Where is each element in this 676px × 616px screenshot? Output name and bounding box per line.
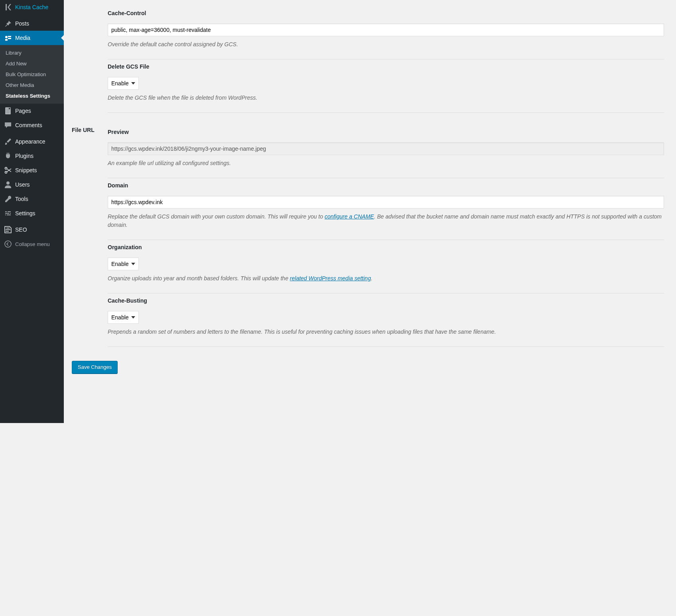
organization-select[interactable]: Enable <box>108 258 139 270</box>
preview-help: An example file url utilizing all config… <box>108 159 664 167</box>
submenu-other-media[interactable]: Other Media <box>0 80 64 91</box>
organization-help: Organize uploads into year and month bas… <box>108 274 664 283</box>
sidebar-item-snippets[interactable]: Snippets <box>0 163 64 177</box>
main-content: Cache-Control Override the default cache… <box>64 0 676 423</box>
collapse-icon <box>4 240 12 248</box>
domain-help: Replace the default GCS domain with your… <box>108 213 664 229</box>
save-changes-button[interactable]: Save Changes <box>72 361 118 374</box>
section-blank <box>72 0 104 119</box>
preview-input <box>108 142 664 155</box>
sidebar-item-pages[interactable]: Pages <box>0 104 64 118</box>
comment-icon <box>4 121 12 129</box>
sliders-icon <box>4 209 12 217</box>
organization-label: Organization <box>108 244 664 250</box>
admin-sidebar: Kinsta Cache Posts Media Library Add New… <box>0 0 64 423</box>
sidebar-item-posts[interactable]: Posts <box>0 16 64 31</box>
delete-gcs-select[interactable]: Enable <box>108 77 139 90</box>
sidebar-item-kinsta-cache[interactable]: Kinsta Cache <box>0 0 64 14</box>
sidebar-item-label: Settings <box>15 210 35 216</box>
media-submenu: Library Add New Bulk Optimization Other … <box>0 45 64 104</box>
brush-icon <box>4 138 12 146</box>
delete-gcs-label: Delete GCS File <box>108 63 664 70</box>
divider <box>108 112 664 113</box>
user-icon <box>4 181 12 189</box>
seo-icon <box>4 226 12 234</box>
sidebar-item-label: Posts <box>15 20 29 27</box>
preview-label: Preview <box>108 129 664 135</box>
sidebar-item-label: Plugins <box>15 153 34 159</box>
delete-gcs-help: Delete the GCS file when the file is del… <box>108 94 664 102</box>
configure-cname-link[interactable]: configure a CNAME <box>325 213 374 220</box>
sidebar-item-label: Snippets <box>15 167 37 173</box>
sidebar-item-label: Comments <box>15 122 42 128</box>
page-icon <box>4 107 12 115</box>
submenu-library[interactable]: Library <box>0 47 64 58</box>
divider <box>108 346 664 347</box>
sidebar-item-seo[interactable]: SEO <box>0 222 64 237</box>
scissors-icon <box>4 166 12 174</box>
pin-icon <box>4 20 12 28</box>
svg-point-0 <box>5 36 8 38</box>
sidebar-item-settings[interactable]: Settings <box>0 206 64 220</box>
sidebar-item-label: Appearance <box>15 138 45 145</box>
sidebar-item-users[interactable]: Users <box>0 177 64 192</box>
cache-control-help: Override the default cache control assig… <box>108 40 664 49</box>
sidebar-item-plugins[interactable]: Plugins <box>0 149 64 163</box>
sidebar-item-label: Tools <box>15 196 28 202</box>
cache-busting-select[interactable]: Enable <box>108 311 139 324</box>
sidebar-item-tools[interactable]: Tools <box>0 192 64 206</box>
sidebar-item-appearance[interactable]: Appearance <box>0 134 64 149</box>
cache-control-input[interactable] <box>108 24 664 36</box>
sidebar-item-label: Pages <box>15 108 31 114</box>
sidebar-item-comments[interactable]: Comments <box>0 118 64 132</box>
plug-icon <box>4 152 12 160</box>
cache-control-label: Cache-Control <box>108 10 664 16</box>
svg-point-4 <box>6 181 10 185</box>
sidebar-item-media[interactable]: Media <box>0 31 64 45</box>
svg-point-5 <box>5 241 11 247</box>
sidebar-item-label: Kinsta Cache <box>15 4 48 10</box>
domain-input[interactable] <box>108 196 664 209</box>
svg-point-2 <box>5 167 7 169</box>
sidebar-item-label: Users <box>15 181 30 188</box>
svg-point-3 <box>5 171 7 173</box>
submenu-bulk-optimization[interactable]: Bulk Optimization <box>0 69 64 80</box>
cache-busting-help: Prepends a random set of numbers and let… <box>108 328 664 336</box>
domain-label: Domain <box>108 182 664 189</box>
media-icon <box>4 34 12 42</box>
cache-busting-label: Cache-Busting <box>108 297 664 304</box>
collapse-menu[interactable]: Collapse menu <box>0 237 64 251</box>
submenu-stateless-settings[interactable]: Stateless Settings <box>0 91 64 101</box>
related-media-setting-link[interactable]: related WordPress media setting <box>290 275 371 281</box>
collapse-label: Collapse menu <box>15 241 50 247</box>
sidebar-item-label: SEO <box>15 226 27 233</box>
kinsta-icon <box>4 3 12 11</box>
submenu-add-new[interactable]: Add New <box>0 58 64 69</box>
sidebar-item-label: Media <box>15 35 30 41</box>
wrench-icon <box>4 195 12 203</box>
section-file-url: File URL <box>72 119 104 353</box>
